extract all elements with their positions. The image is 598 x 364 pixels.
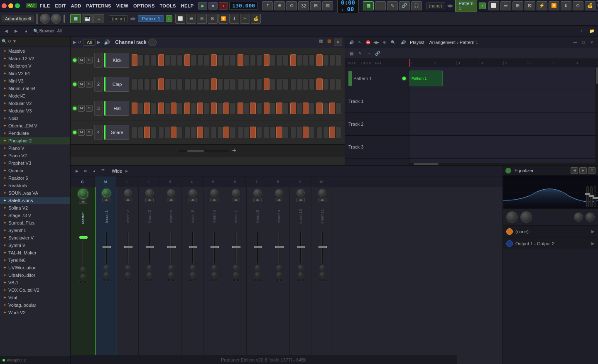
browser-item-5[interactable]: ✦Minim..nal 64 xyxy=(0,85,70,92)
beat-btn-1-24[interactable] xyxy=(290,78,296,90)
toolbar-icon-headphones[interactable]: 🎧 xyxy=(411,1,422,10)
mixer-fader-rail-1[interactable] xyxy=(105,231,107,264)
mixer-fader-rail-7[interactable] xyxy=(235,231,237,264)
beat-btn-0-27[interactable] xyxy=(309,54,315,66)
mixer-send-9-0[interactable] xyxy=(276,265,282,271)
pan-arrows-3[interactable]: ◀▶ xyxy=(145,198,154,202)
beat-btn-2-4[interactable] xyxy=(158,103,164,114)
browser-item-18[interactable]: ✦Reaktor5 xyxy=(0,182,70,189)
mixer-send-knob-9[interactable] xyxy=(275,189,283,197)
beat-btn-1-23[interactable] xyxy=(283,78,289,90)
beat-btn-1-19[interactable] xyxy=(256,78,262,90)
beat-btn-0-9[interactable] xyxy=(191,54,196,66)
mixer-fader-knob-7[interactable] xyxy=(232,246,240,248)
minimize-button[interactable] xyxy=(8,3,13,8)
beat-btn-0-26[interactable] xyxy=(303,54,309,66)
browser-item-22[interactable]: ✦Stage-73 V xyxy=(0,212,70,219)
eq-knob-icon[interactable]: ⊙ xyxy=(588,167,596,174)
ch-solo-btn[interactable]: S xyxy=(86,105,93,112)
mute-led-7[interactable] xyxy=(232,278,235,282)
toolbar-pattern-mode[interactable]: ▦ xyxy=(363,1,374,10)
beat-btn-0-23[interactable] xyxy=(283,54,289,66)
mx-hdr-icon-3[interactable]: ▲ xyxy=(91,167,98,175)
browser-item-2[interactable]: ✦Mellotron V xyxy=(0,62,70,70)
beat-btn-2-28[interactable] xyxy=(316,103,322,114)
browser-item-9[interactable]: ✦Noiiz xyxy=(0,115,70,122)
browser-item-6[interactable]: ✦Model-E xyxy=(0,92,70,100)
mixer-fader-rail-9[interactable] xyxy=(278,231,280,264)
beat-btn-2-17[interactable] xyxy=(244,103,250,114)
piano-roll-icon[interactable]: 🎹 xyxy=(82,14,93,23)
mixer-send-knob-6[interactable] xyxy=(210,189,218,197)
cr-filter-all[interactable]: All xyxy=(83,39,96,46)
mixer-fader-knob-6[interactable] xyxy=(211,246,219,248)
beat-btn-2-20[interactable] xyxy=(264,103,270,114)
beat-btn-3-27[interactable] xyxy=(309,127,315,138)
menu-edit[interactable]: EDIT xyxy=(53,2,68,9)
ch-solo-btn[interactable]: S xyxy=(86,81,93,88)
pl-tb-icon-4[interactable]: 🔗 xyxy=(374,50,381,57)
mx-hdr-icon-1[interactable]: ▶ xyxy=(73,167,81,175)
browser-item-10[interactable]: ✦Oberhe..EM V xyxy=(0,122,70,129)
mixer-send-knob-7[interactable] xyxy=(232,189,240,197)
pattern-selector[interactable]: Pattern 1 xyxy=(455,0,477,12)
pan-arrows-8[interactable]: ◀▶ xyxy=(253,198,262,202)
beat-btn-1-14[interactable] xyxy=(223,78,229,90)
beat-btn-2-15[interactable] xyxy=(230,103,235,114)
mixer-send-knob-5[interactable] xyxy=(189,189,197,197)
mixer-fader-rail-11[interactable] xyxy=(321,231,323,264)
solo-led-5[interactable] xyxy=(193,278,196,282)
solo-led-2[interactable] xyxy=(128,278,132,282)
beat-btn-1-12[interactable] xyxy=(211,78,217,90)
nav-back-icon[interactable]: ◀ xyxy=(2,27,11,35)
pan-arrows-1[interactable]: ◀▶ xyxy=(102,198,110,202)
ch-name-hat[interactable]: Hat xyxy=(104,101,129,116)
menu-help[interactable]: HELP xyxy=(179,2,196,9)
beat-btn-3-12[interactable] xyxy=(211,127,217,138)
beat-btn-2-19[interactable] xyxy=(256,103,262,114)
beat-btn-2-10[interactable] xyxy=(197,103,203,114)
pan-arrows-9[interactable]: ◀▶ xyxy=(275,198,283,202)
beat-btn-1-31[interactable] xyxy=(336,78,341,90)
mixer-send-knob-1[interactable] xyxy=(102,189,110,197)
beat-btn-1-18[interactable] xyxy=(250,78,256,90)
beat-btn-3-8[interactable] xyxy=(184,127,190,138)
beat-btn-0-25[interactable] xyxy=(297,54,302,66)
beat-btn-1-7[interactable] xyxy=(177,78,183,90)
pl-minimize-btn[interactable]: — xyxy=(571,39,579,46)
resize-handle[interactable] xyxy=(36,14,38,24)
beat-btn-3-20[interactable] xyxy=(264,127,270,138)
toolbar-icon-6[interactable]: ⊠ xyxy=(322,1,333,10)
beat-btn-0-5[interactable] xyxy=(164,54,170,66)
beat-btn-0-21[interactable] xyxy=(270,54,276,66)
mixer-send-8-1[interactable] xyxy=(255,272,260,278)
browser-item-3[interactable]: ✦Mini V2 64 xyxy=(0,70,70,77)
mixer-send-knob-3[interactable] xyxy=(145,189,154,197)
mute-led-4[interactable] xyxy=(167,278,171,282)
eq-btn-2[interactable]: ▶ xyxy=(579,167,587,174)
browser-item-15[interactable]: ✦Prophet V3 xyxy=(0,159,70,167)
mixer-fader-rail-8[interactable] xyxy=(257,231,258,264)
beat-btn-1-9[interactable] xyxy=(191,78,196,90)
browser-item-14[interactable]: ✦Piano V2 xyxy=(0,152,70,159)
beat-btn-0-11[interactable] xyxy=(203,54,209,66)
cr-bar2-icon[interactable]: ▧ xyxy=(326,39,333,46)
pl-track-name-row-2[interactable]: Track 2 xyxy=(345,113,409,136)
eq-fader-3[interactable] xyxy=(594,186,596,207)
browser-item-23[interactable]: ✦Surreal..Plus xyxy=(0,219,70,227)
mixer-fader-knob-9[interactable] xyxy=(275,246,284,248)
beat-btn-1-28[interactable] xyxy=(316,78,322,90)
ch-name-clap[interactable]: Clap xyxy=(104,77,129,92)
pl-close-btn[interactable]: ✕ xyxy=(588,39,596,46)
pl-maximize-btn[interactable]: □ xyxy=(580,39,587,46)
cr-bar-icon[interactable]: ▦ xyxy=(317,39,324,46)
browser-item-32[interactable]: ✦VOX Co..tal V2 xyxy=(0,286,70,294)
mixer-send-10-0[interactable] xyxy=(298,265,304,271)
mixer-fader-rail-0[interactable] xyxy=(82,232,84,266)
beat-btn-1-11[interactable] xyxy=(203,78,209,90)
add-btn-2[interactable]: + xyxy=(166,15,172,22)
browser-item-29[interactable]: ✦UVIWor..ation xyxy=(0,264,70,271)
sec-icon-6[interactable]: ⬇ xyxy=(229,14,239,24)
record-button[interactable]: ● xyxy=(219,2,228,10)
stop-button[interactable]: ■ xyxy=(208,2,218,10)
